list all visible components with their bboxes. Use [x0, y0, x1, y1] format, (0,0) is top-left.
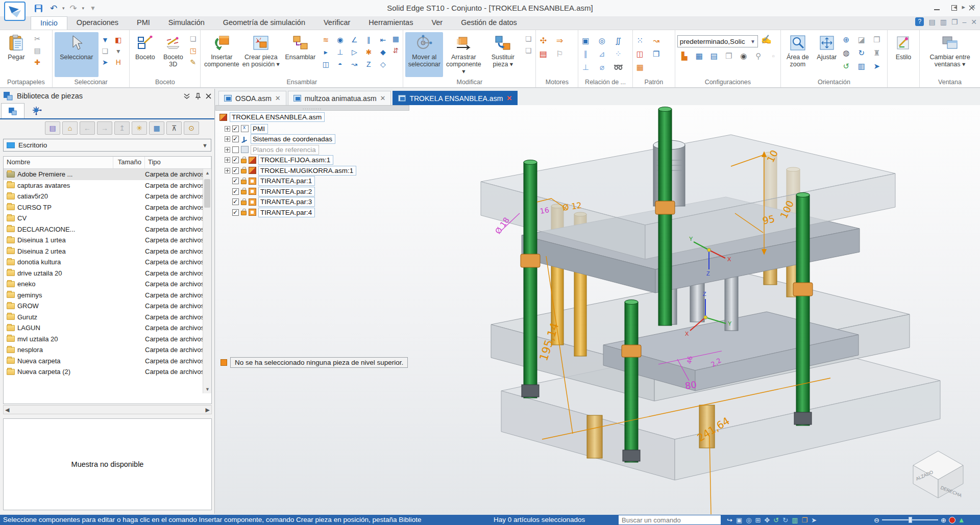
file-row[interactable]: Adobe Premiere ... Carpeta de archivos	[4, 169, 204, 180]
panel-menu-icon[interactable]	[184, 93, 190, 99]
zoom-command-icon[interactable]: ◎	[746, 516, 751, 524]
close-tab-icon[interactable]: ✕	[275, 94, 281, 102]
zoom-area-button[interactable]: Área de zoom	[783, 32, 813, 77]
tangent2-icon[interactable]: ⌀	[597, 63, 607, 72]
visibility-checkbox[interactable]	[232, 126, 239, 132]
forward-icon[interactable]: →	[97, 121, 112, 135]
config-new-icon[interactable]: ▙	[679, 52, 690, 61]
configuration-select[interactable]: predeterminado,Solic▼	[677, 35, 758, 47]
config-table-icon[interactable]: ▦	[694, 52, 704, 61]
select-h-icon[interactable]: H	[113, 58, 124, 67]
save-configuration-icon[interactable]: ✍	[761, 35, 771, 44]
rotate-parts-icon[interactable]: ❏	[523, 46, 533, 55]
return-arrow-icon[interactable]: ↪	[727, 516, 732, 524]
file-row[interactable]: eneko Carpeta de archivos	[4, 279, 204, 290]
coplanar-icon[interactable]: ⊿	[597, 49, 607, 59]
create-part-in-place-button[interactable]: Crear pieza en posición ▾	[242, 32, 280, 77]
config-edit-icon[interactable]: ▤	[709, 52, 719, 61]
concentric-icon[interactable]: ◎	[597, 36, 607, 45]
variable-table-icon[interactable]: ▤	[538, 49, 548, 59]
sketch-wrap-icon[interactable]: ◳	[188, 46, 198, 55]
visibility-checkbox[interactable]	[232, 136, 239, 142]
help-icon[interactable]: ?	[915, 17, 924, 26]
copy-icon[interactable]: ▤	[32, 46, 42, 55]
center-plane-icon[interactable]: ◇	[378, 60, 388, 69]
motor-linear-icon[interactable]: ⇒	[554, 36, 565, 45]
pattern-curve-icon[interactable]: ↝	[651, 36, 662, 45]
sketch-pencil-icon[interactable]: ✎	[188, 58, 198, 67]
minimize-window-icon[interactable]	[928, 0, 945, 15]
symmetry-icon[interactable]: ∬	[613, 36, 623, 45]
ribbon-tab[interactable]: Ver	[422, 16, 452, 30]
select-group-icon[interactable]: ▾	[113, 46, 124, 56]
guide-column[interactable]	[793, 193, 813, 426]
column-type[interactable]: Tipo	[145, 157, 211, 168]
perpendicular-icon[interactable]: ⊥	[580, 63, 591, 72]
thumbnails-icon[interactable]: ▤	[45, 121, 60, 135]
fit-command-icon[interactable]: ⊞	[755, 516, 761, 524]
command-search-input[interactable]	[619, 515, 721, 524]
guide-column[interactable]	[622, 300, 641, 463]
view-mode-icon[interactable]: ▦	[149, 121, 164, 135]
select-view-icon[interactable]: ➤	[872, 62, 882, 71]
insert-component-button[interactable]: Insertar componente	[203, 32, 240, 77]
tab-part-library[interactable]	[1, 103, 24, 118]
points-icon[interactable]: ⁘	[613, 49, 623, 59]
match-coord-icon[interactable]: ◆	[378, 47, 388, 57]
column-size[interactable]: Tamaño	[113, 157, 145, 168]
assemble-button[interactable]: Ensamblar	[281, 32, 319, 77]
tabs-left-icon[interactable]: ◂	[953, 3, 957, 11]
ribbon-tab[interactable]: Inicio	[31, 16, 67, 30]
select-button[interactable]: Seleccionar	[55, 32, 99, 77]
shaded-sphere-icon[interactable]: ◍	[841, 48, 851, 58]
search-icon[interactable]: ⊙	[184, 121, 199, 135]
pan-command-icon[interactable]: ✥	[764, 516, 770, 524]
tree-item[interactable]: TROKEL-MUGIKORRA.asm:1	[225, 165, 356, 176]
visibility-checkbox[interactable]	[232, 146, 239, 153]
expand-icon[interactable]	[225, 168, 230, 173]
visibility-checkbox[interactable]	[232, 167, 239, 174]
select-overlap-icon[interactable]: ❏	[100, 46, 110, 56]
tree-item[interactable]: Sistemas de coordenadas	[225, 134, 356, 145]
close-panel-icon[interactable]	[206, 93, 211, 99]
select-prior-icon[interactable]: ➤	[100, 58, 110, 67]
splitter-handle[interactable]: .........	[215, 105, 409, 111]
simulate-motor-icon[interactable]: ⚐	[554, 49, 565, 59]
home-folder-icon[interactable]: ⌂	[62, 121, 78, 135]
refresh-icon[interactable]: ↺	[841, 62, 851, 71]
minimize-ribbon-icon[interactable]: –	[962, 18, 966, 26]
save-icon[interactable]	[32, 2, 45, 14]
dimension-label[interactable]: 46	[685, 356, 694, 364]
rotate-command-icon[interactable]: ↻	[782, 516, 788, 524]
file-row[interactable]: LAGUN Carpeta de archivos	[4, 322, 204, 334]
ribbon-tab[interactable]: Verificar	[314, 16, 359, 30]
visibility-checkbox[interactable]	[232, 188, 239, 195]
file-row[interactable]: GROW Carpeta de archivos	[4, 301, 204, 312]
zoom-out-icon[interactable]: ⊖	[874, 516, 879, 524]
document-tab[interactable]: multzoa animatua.asm ✕	[288, 91, 391, 105]
guide-column[interactable]	[655, 107, 675, 326]
back-icon[interactable]: ←	[80, 121, 95, 135]
replace-part-button[interactable]: Sustituir pieza ▾	[484, 32, 522, 77]
dimension-label[interactable]: 80	[684, 379, 698, 391]
tree-item[interactable]: TIRANTEA.par:1	[225, 176, 356, 187]
config-copy-icon[interactable]: ❐	[724, 52, 734, 61]
mate-icon[interactable]: ◉	[335, 35, 345, 44]
tree-item[interactable]: TIRANTEA.par:4	[225, 207, 356, 218]
tab-standard-parts[interactable]	[26, 103, 49, 118]
select-box-icon[interactable]: ◧	[113, 35, 124, 44]
angle-icon[interactable]: ∠	[349, 35, 359, 44]
switch-windows-button[interactable]: Cambiar entre ventanas ▾	[922, 32, 978, 77]
undo-icon[interactable]: ↶	[47, 2, 60, 14]
sketch-3d-button[interactable]: Boceto 3D	[160, 32, 186, 77]
parallel-icon[interactable]: ∥	[363, 35, 374, 44]
visibility-checkbox[interactable]	[232, 198, 239, 205]
ribbon-tab[interactable]: Operaciones	[67, 16, 128, 30]
gear-icon[interactable]: ✱	[363, 47, 374, 57]
square-rel-icon[interactable]: ▣	[580, 36, 591, 45]
tangent-icon[interactable]: ◓	[335, 60, 345, 69]
motor-rotation-icon[interactable]: ✣	[538, 36, 548, 45]
duplicate-icon[interactable]: ▦	[635, 63, 645, 72]
cam2-icon[interactable]: ➿	[613, 63, 623, 72]
view-3d-icon[interactable]: ◪	[856, 35, 867, 44]
